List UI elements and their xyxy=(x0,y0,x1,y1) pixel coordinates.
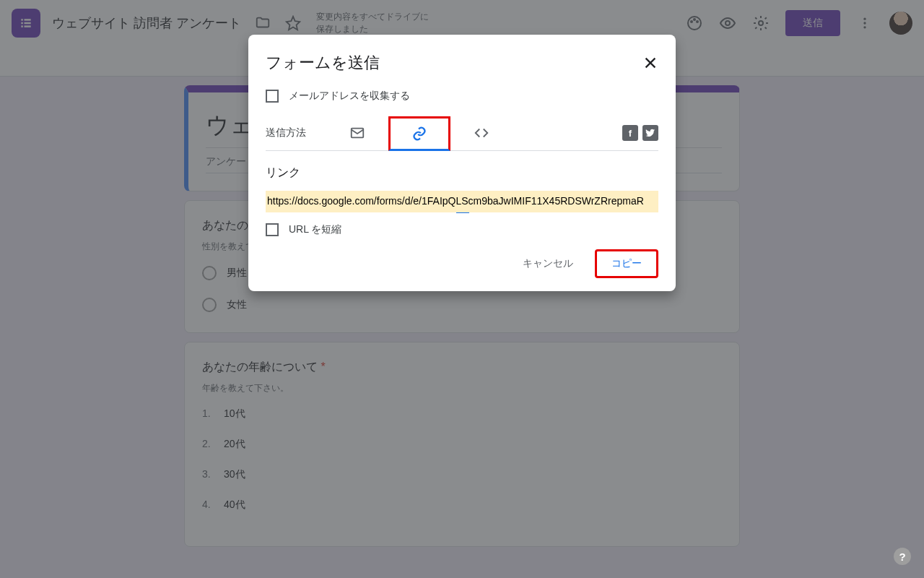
close-icon[interactable] xyxy=(642,55,658,71)
shorten-url-row[interactable]: URL を短縮 xyxy=(266,223,658,236)
checkbox-icon[interactable] xyxy=(266,223,279,236)
tab-email[interactable] xyxy=(326,116,388,150)
dialog-title: フォームを送信 xyxy=(266,52,380,74)
tab-link[interactable] xyxy=(388,116,450,151)
twitter-icon[interactable] xyxy=(642,125,658,141)
help-icon[interactable]: ? xyxy=(894,548,911,565)
method-label: 送信方法 xyxy=(266,126,306,139)
collect-email-row[interactable]: メールアドレスを収集する xyxy=(266,90,658,103)
facebook-icon[interactable]: f xyxy=(622,125,638,141)
collect-email-label: メールアドレスを収集する xyxy=(289,90,410,103)
send-dialog: フォームを送信 メールアドレスを収集する 送信方法 f xyxy=(248,35,676,291)
url-input[interactable] xyxy=(266,191,658,212)
shorten-url-label: URL を短縮 xyxy=(289,223,341,236)
cancel-button[interactable]: キャンセル xyxy=(508,251,588,276)
send-method-tabs: 送信方法 f xyxy=(266,116,658,151)
tab-embed[interactable] xyxy=(450,116,513,150)
modal-scrim[interactable]: フォームを送信 メールアドレスを収集する 送信方法 f xyxy=(0,0,924,578)
copy-button[interactable]: コピー xyxy=(595,249,658,278)
link-section-label: リンク xyxy=(266,165,658,181)
checkbox-icon[interactable] xyxy=(266,90,279,103)
